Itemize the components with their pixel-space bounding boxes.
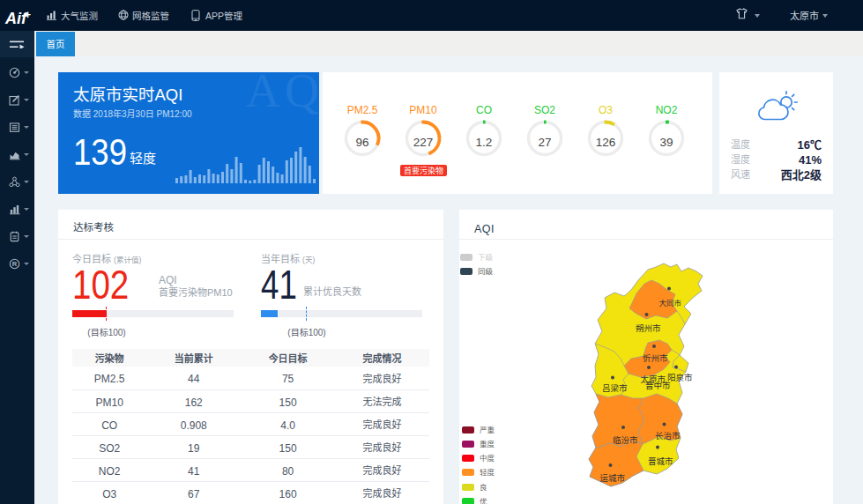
svg-text:阳泉市: 阳泉市 (667, 371, 693, 383)
svg-text:R: R (12, 258, 18, 268)
svg-text:运城市: 运城市 (600, 471, 626, 484)
svg-text:晋中市: 晋中市 (645, 379, 671, 391)
svg-text:朔州市: 朔州市 (636, 322, 661, 334)
svg-text:晋城市: 晋城市 (648, 455, 673, 467)
svg-text:临汾市: 临汾市 (613, 434, 638, 446)
svg-text:长治市: 长治市 (655, 429, 681, 441)
svg-text:大同市: 大同市 (659, 297, 682, 308)
svg-text:吕梁市: 吕梁市 (602, 382, 628, 394)
svg-text:忻州市: 忻州市 (643, 352, 668, 364)
